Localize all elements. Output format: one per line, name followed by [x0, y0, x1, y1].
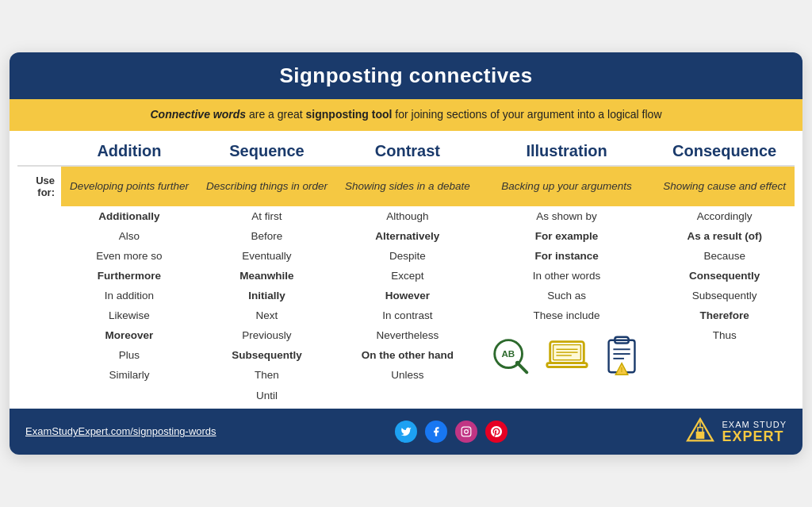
svg-text:!: !: [620, 366, 622, 374]
svg-rect-18: [462, 427, 471, 436]
use-for-illustration: Backing up your arguments: [479, 166, 655, 206]
illustration-cell: AB: [479, 325, 655, 386]
col-label-header: [17, 131, 61, 166]
use-for-row: Usefor: Developing points further Descri…: [17, 166, 795, 206]
ab-search-icon: AB: [488, 332, 534, 378]
word-nevertheless: Nevertheless: [336, 325, 479, 345]
word-empty6: [654, 386, 795, 405]
word-accordingly: Accordingly: [654, 206, 795, 226]
col-header-addition: Addition: [61, 131, 197, 166]
pinterest-icon[interactable]: [485, 421, 508, 443]
table-row: Also Before Alternatively For example As…: [17, 226, 795, 246]
brand-logo-icon: [685, 417, 715, 447]
word-these-include: These include: [479, 305, 655, 325]
word-such-as: Such as: [479, 286, 655, 305]
word-subsequently2: Subsequently: [197, 345, 336, 365]
word-similarly: Similarly: [61, 365, 197, 385]
word-before: Before: [197, 226, 336, 246]
word-except: Except: [336, 266, 479, 286]
word-previously: Previously: [197, 325, 336, 345]
word-empty4: [336, 386, 479, 405]
word-although: Although: [336, 206, 479, 226]
col-header-consequence: Consequence: [654, 131, 795, 166]
use-for-consequence: Showing cause and effect: [654, 166, 795, 206]
word-eventually: Eventually: [197, 246, 336, 266]
word-in-contrast: In contrast: [336, 305, 479, 325]
header-row: Addition Sequence Contrast Illustration …: [17, 131, 795, 166]
col-header-sequence: Sequence: [197, 131, 336, 166]
brand-logo: EXAM STUDY EXPERT: [685, 417, 787, 447]
facebook-icon[interactable]: [425, 421, 447, 443]
word-empty2: [654, 365, 795, 385]
table-row: Likewise Next In contrast These include …: [17, 305, 795, 325]
use-for-contrast: Showing sides in a debate: [336, 166, 479, 206]
word-unless: Unless: [336, 365, 479, 385]
use-for-addition: Developing points further: [61, 166, 197, 206]
word-in-other-words: In other words: [479, 266, 655, 286]
svg-text:AB: AB: [501, 348, 515, 359]
use-for-label: Usefor:: [17, 166, 61, 206]
word-also: Also: [61, 226, 197, 246]
table-row: Similarly Then Unless: [17, 365, 795, 385]
word-despite: Despite: [336, 246, 479, 266]
word-however: However: [336, 286, 479, 305]
table-row: Plus Subsequently On the other hand: [17, 345, 795, 365]
word-therefore: Therefore: [654, 305, 795, 325]
col-header-contrast: Contrast: [336, 131, 479, 166]
word-as-a-result: As a result (of): [654, 226, 795, 246]
twitter-icon[interactable]: [395, 421, 417, 443]
word-moreover: Moreover: [61, 325, 197, 345]
word-thus: Thus: [654, 325, 795, 345]
word-even-more-so: Even more so: [61, 246, 197, 266]
word-in-addition: In addition: [61, 286, 197, 305]
word-furthermore: Furthermore: [61, 266, 197, 286]
brand-top: EXAM STUDY: [722, 420, 787, 429]
word-empty1: [654, 345, 795, 365]
table-row: Even more so Eventually Despite For inst…: [17, 246, 795, 266]
subtitle-bar: Connective words are a great signposting…: [10, 99, 802, 131]
footer: ExamStudyExpert.com/signposting-words: [10, 409, 802, 455]
laptop-icon: [544, 332, 590, 378]
word-consequently: Consequently: [654, 266, 795, 286]
word-until: Until: [197, 386, 336, 405]
word-as-shown-by: As shown by: [479, 206, 655, 226]
word-initially: Initially: [197, 286, 336, 305]
word-subsequently: Subsequently: [654, 286, 795, 305]
word-on-the-other-hand: On the other hand: [336, 345, 479, 365]
illustration-icons: AB: [485, 329, 649, 382]
word-next: Next: [197, 305, 336, 325]
col-header-illustration: Illustration: [479, 131, 655, 166]
clipboard-icon: !: [599, 332, 645, 378]
svg-point-3: [515, 361, 519, 366]
main-card: Signposting connectives Connective words…: [10, 52, 802, 455]
footer-url[interactable]: ExamStudyExpert.com/signposting-words: [25, 425, 216, 437]
word-then: Then: [197, 365, 336, 385]
svg-point-20: [468, 428, 469, 429]
table-row: Until: [17, 386, 795, 405]
word-meanwhile: Meanwhile: [197, 266, 336, 286]
connectives-table: Addition Sequence Contrast Illustration …: [17, 131, 795, 405]
table-row: In addition Initially However Such as Su…: [17, 286, 795, 305]
word-at-first: At first: [197, 206, 336, 226]
brand-bottom: EXPERT: [722, 429, 787, 444]
word-for-instance: For instance: [479, 246, 655, 266]
page-title: Signposting connectives: [10, 52, 802, 99]
table-row: Furthermore Meanwhile Except In other wo…: [17, 266, 795, 286]
svg-point-19: [464, 429, 468, 433]
word-empty5: [479, 386, 655, 405]
table-row: Additionally At first Although As shown …: [17, 206, 795, 226]
word-because: Because: [654, 246, 795, 266]
social-icons: [395, 421, 508, 443]
instagram-icon[interactable]: [455, 421, 477, 443]
word-alternatively: Alternatively: [336, 226, 479, 246]
table-section: Addition Sequence Contrast Illustration …: [10, 131, 802, 405]
svg-rect-23: [698, 427, 703, 432]
table-row: Moreover Previously Nevertheless AB: [17, 325, 795, 345]
word-empty3: [61, 386, 197, 405]
use-for-sequence: Describing things in order: [197, 166, 336, 206]
word-likewise: Likewise: [61, 305, 197, 325]
brand-text: EXAM STUDY EXPERT: [722, 420, 787, 444]
subtitle-connective: Connective words: [150, 108, 246, 121]
word-additionally: Additionally: [61, 206, 197, 226]
word-for-example: For example: [479, 226, 655, 246]
